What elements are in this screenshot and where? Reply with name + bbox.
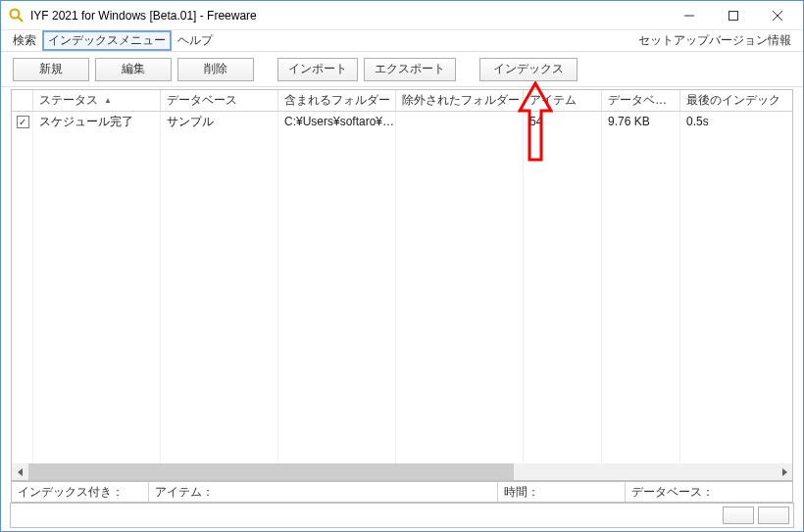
cell-included: C:¥Users¥softaro¥… <box>278 113 396 130</box>
row-checkbox-cell[interactable] <box>12 116 33 128</box>
col-dbsize[interactable]: データベ… <box>602 90 680 111</box>
toolbar: 新規 編集 削除 インポート エクスポート インデックス <box>1 52 803 87</box>
menu-help[interactable]: ヘルプ <box>172 30 219 51</box>
grid-header: ステータス ▲ データベース 含まれるフォルダー 除外されたフォルダー アイテム… <box>12 90 792 112</box>
cell-dbsize: 9.76 KB <box>602 113 680 130</box>
menu-search[interactable]: 検索 <box>7 30 42 51</box>
svg-marker-7 <box>782 468 787 476</box>
footer-bar <box>10 503 794 528</box>
window-title: IYF 2021 for Windows [Beta.01] - Freewar… <box>30 9 667 23</box>
footer-button-2[interactable] <box>758 507 789 524</box>
scroll-track[interactable] <box>28 463 776 480</box>
scroll-right-icon[interactable] <box>776 463 792 480</box>
col-lastindex[interactable]: 最後のインデック <box>680 90 792 111</box>
maximize-button[interactable] <box>711 2 755 29</box>
sort-indicator-icon: ▲ <box>104 96 112 105</box>
export-button[interactable]: エクスポート <box>364 58 456 81</box>
edit-button[interactable]: 編集 <box>95 58 172 81</box>
cell-status: スケジュール完了 <box>33 112 161 132</box>
data-grid: ステータス ▲ データベース 含まれるフォルダー 除外されたフォルダー アイテム… <box>11 89 793 481</box>
statusbar: インデックス付き： アイテム： 時間： データベース： <box>11 481 793 503</box>
cell-excluded <box>396 120 524 123</box>
delete-button[interactable]: 削除 <box>177 58 254 81</box>
footer-button-1[interactable] <box>723 507 754 524</box>
window-controls <box>667 2 799 29</box>
col-included[interactable]: 含まれるフォルダー <box>278 90 396 111</box>
app-icon <box>9 8 25 24</box>
col-excluded[interactable]: 除外されたフォルダー <box>396 90 524 111</box>
svg-point-0 <box>11 9 20 18</box>
import-button[interactable]: インポート <box>277 58 358 81</box>
table-row[interactable]: スケジュール完了 サンプル C:¥Users¥softaro¥… 54 9.76… <box>12 112 792 131</box>
status-indexed-label: インデックス付き： <box>12 482 149 502</box>
titlebar: IYF 2021 for Windows [Beta.01] - Freewar… <box>1 1 803 30</box>
menu-setup-version[interactable]: セットアップバージョン情報 <box>632 30 797 51</box>
horizontal-scrollbar[interactable] <box>12 463 792 480</box>
row-checkbox[interactable] <box>17 116 29 128</box>
status-time-label: 時間： <box>498 482 626 502</box>
status-db-label: データベース： <box>626 482 792 502</box>
cell-lastindex: 0.5s <box>680 113 792 130</box>
index-button[interactable]: インデックス <box>479 58 578 81</box>
menubar: 検索 インデックスメニュー ヘルプ セットアップバージョン情報 <box>1 30 803 52</box>
close-button[interactable] <box>755 2 799 29</box>
col-items[interactable]: アイテム <box>524 90 602 111</box>
scroll-thumb[interactable] <box>28 463 514 480</box>
col-database[interactable]: データベース <box>161 90 278 111</box>
grid-body: スケジュール完了 サンプル C:¥Users¥softaro¥… 54 9.76… <box>12 112 792 464</box>
svg-marker-6 <box>18 468 23 476</box>
cell-items: 54 <box>524 113 602 130</box>
cell-database: サンプル <box>161 112 278 132</box>
minimize-button[interactable] <box>667 2 711 29</box>
new-button[interactable]: 新規 <box>13 58 89 81</box>
scroll-left-icon[interactable] <box>12 463 28 480</box>
svg-rect-3 <box>729 11 737 20</box>
col-checkbox[interactable] <box>12 90 33 111</box>
menu-index-menu[interactable]: インデックスメニュー <box>42 30 172 51</box>
col-status-label: ステータス <box>39 92 98 109</box>
col-status[interactable]: ステータス ▲ <box>33 90 161 111</box>
status-items-label: アイテム： <box>149 482 498 502</box>
svg-line-1 <box>19 17 24 22</box>
